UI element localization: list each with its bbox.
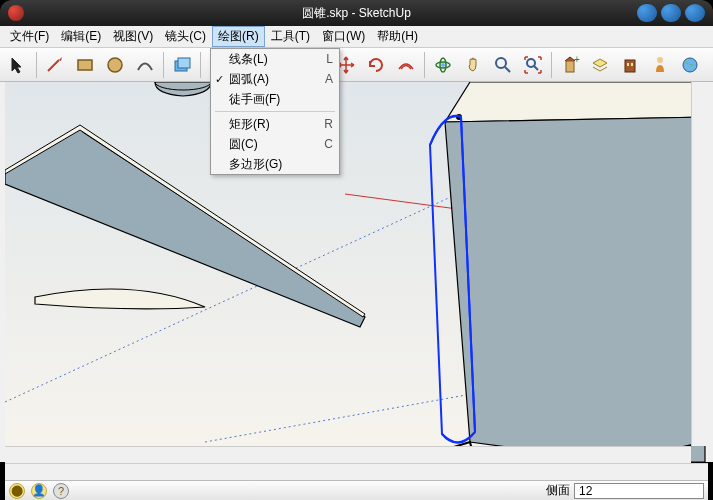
menu-window[interactable]: 窗口(W): [316, 26, 371, 47]
circle-tool-icon[interactable]: [101, 51, 129, 79]
divider: [200, 52, 201, 78]
minimize-button[interactable]: [637, 4, 657, 22]
menu-file[interactable]: 文件(F): [4, 26, 55, 47]
measurement-input[interactable]: [574, 483, 704, 499]
svg-point-14: [496, 58, 506, 68]
zoom-tool-icon[interactable]: [489, 51, 517, 79]
svg-point-13: [441, 63, 445, 67]
svg-line-17: [534, 66, 538, 70]
zoom-extents-tool-icon[interactable]: [519, 51, 547, 79]
vertical-scrollbar[interactable]: [691, 82, 708, 446]
person-icon[interactable]: [646, 51, 674, 79]
menu-label: 多边形(G): [229, 156, 333, 173]
menu-label: 线条(L): [229, 51, 316, 68]
menu-help[interactable]: 帮助(H): [371, 26, 424, 47]
scene-svg: [5, 82, 708, 462]
menu-draw[interactable]: 绘图(R): [212, 26, 265, 47]
building-tool-icon[interactable]: [616, 51, 644, 79]
svg-rect-0: [78, 60, 92, 70]
svg-rect-20: [625, 60, 635, 72]
menu-item-arc[interactable]: ✓ 圆弧(A) A: [211, 69, 339, 89]
layers-icon[interactable]: [586, 51, 614, 79]
rotate-tool-icon[interactable]: [362, 51, 390, 79]
viewport-bottom-strip: [5, 463, 708, 480]
menubar: 文件(F) 编辑(E) 视图(V) 镜头(C) 绘图(R) 工具(T) 窗口(W…: [0, 26, 713, 48]
maximize-button[interactable]: [661, 4, 681, 22]
menu-item-circle[interactable]: 圆(C) C: [211, 134, 339, 154]
close-button[interactable]: [685, 4, 705, 22]
arc-tool-icon[interactable]: [131, 51, 159, 79]
menu-item-polygon[interactable]: 多边形(G): [211, 154, 339, 174]
menu-shortcut: C: [324, 137, 333, 151]
menu-separator: [215, 111, 335, 112]
menu-label: 徒手画(F): [229, 91, 333, 108]
svg-rect-21: [627, 63, 629, 66]
select-tool-icon[interactable]: [4, 51, 32, 79]
menu-item-freehand[interactable]: 徒手画(F): [211, 89, 339, 109]
svg-point-16: [527, 59, 535, 67]
divider: [551, 52, 552, 78]
svg-rect-3: [178, 58, 190, 68]
menu-label: 矩形(R): [229, 116, 314, 133]
svg-line-15: [505, 67, 510, 72]
svg-point-1: [108, 58, 122, 72]
svg-rect-22: [631, 63, 633, 66]
menu-shortcut: R: [324, 117, 333, 131]
line-tool-icon[interactable]: [41, 51, 69, 79]
menu-item-line[interactable]: 线条(L) L: [211, 49, 339, 69]
svg-point-23: [657, 57, 663, 63]
info-icon[interactable]: ⬤: [9, 483, 25, 499]
add-building-icon[interactable]: +: [556, 51, 584, 79]
horizontal-scrollbar[interactable]: [5, 446, 691, 463]
menu-edit[interactable]: 编辑(E): [55, 26, 107, 47]
make-component-icon[interactable]: [168, 51, 196, 79]
measurement-label: 侧面: [546, 482, 570, 499]
app-icon: [8, 5, 24, 21]
titlebar: 圆锥.skp - SketchUp: [0, 0, 713, 26]
window-title: 圆锥.skp - SketchUp: [302, 5, 411, 22]
window-controls: [637, 4, 705, 22]
rectangle-tool-icon[interactable]: [71, 51, 99, 79]
help-icon[interactable]: ?: [53, 483, 69, 499]
divider: [36, 52, 37, 78]
menu-label: 圆(C): [229, 136, 314, 153]
draw-menu-dropdown: 线条(L) L ✓ 圆弧(A) A 徒手画(F) 矩形(R) R 圆(C) C …: [210, 48, 340, 175]
statusbar: ⬤ 👤 ? 侧面: [5, 480, 708, 500]
menu-view[interactable]: 视图(V): [107, 26, 159, 47]
svg-text:+: +: [574, 55, 580, 65]
toolbar: +: [0, 48, 713, 82]
menu-item-rectangle[interactable]: 矩形(R) R: [211, 114, 339, 134]
menu-shortcut: L: [326, 52, 333, 66]
divider: [163, 52, 164, 78]
menu-tools[interactable]: 工具(T): [265, 26, 316, 47]
viewport-3d[interactable]: [0, 82, 713, 462]
svg-rect-18: [566, 61, 574, 72]
user-icon[interactable]: 👤: [31, 483, 47, 499]
check-icon: ✓: [215, 73, 224, 86]
globe-icon[interactable]: [676, 51, 704, 79]
menu-camera[interactable]: 镜头(C): [159, 26, 212, 47]
menu-shortcut: A: [325, 72, 333, 86]
pan-tool-icon[interactable]: [459, 51, 487, 79]
menu-label: 圆弧(A): [229, 71, 315, 88]
divider: [424, 52, 425, 78]
orbit-tool-icon[interactable]: [429, 51, 457, 79]
offset-tool-icon[interactable]: [392, 51, 420, 79]
